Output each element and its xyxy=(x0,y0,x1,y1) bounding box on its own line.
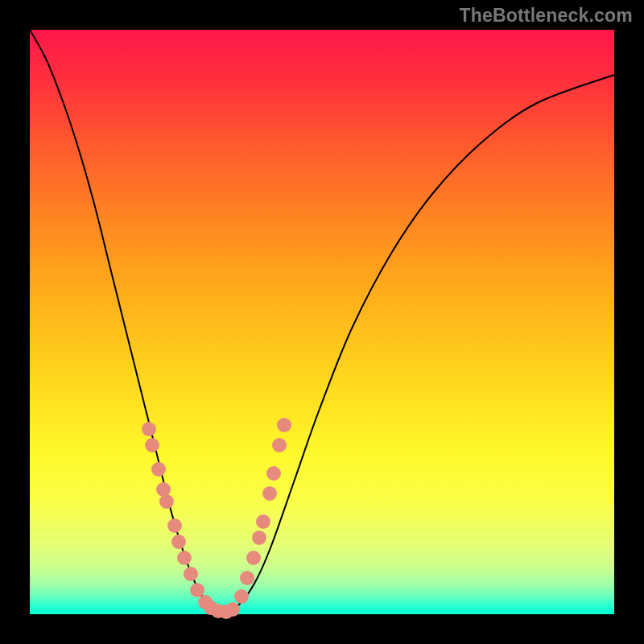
bottleneck-curve xyxy=(30,30,614,614)
highlight-dot xyxy=(266,466,281,481)
watermark-text: TheBottleneck.com xyxy=(459,5,633,27)
highlight-dot xyxy=(142,422,156,436)
highlight-dot xyxy=(190,583,204,597)
highlight-dot xyxy=(184,567,198,581)
highlight-dot xyxy=(225,602,240,617)
highlight-dot xyxy=(277,418,291,432)
plot-area xyxy=(30,30,614,614)
highlight-dot xyxy=(262,486,277,501)
highlight-dot xyxy=(159,494,174,509)
highlight-dot xyxy=(252,530,266,545)
highlight-dot xyxy=(151,462,166,477)
highlight-dot xyxy=(171,535,186,549)
highlight-dot xyxy=(240,571,254,585)
highlight-dot xyxy=(167,518,182,533)
highlight-dot xyxy=(256,514,270,529)
highlight-dot xyxy=(246,551,261,565)
highlight-dot xyxy=(177,551,192,565)
highlight-dot xyxy=(234,589,249,604)
highlight-dot xyxy=(272,438,287,452)
highlight-dot xyxy=(145,438,159,452)
chart-frame: TheBottleneck.com xyxy=(0,0,644,644)
